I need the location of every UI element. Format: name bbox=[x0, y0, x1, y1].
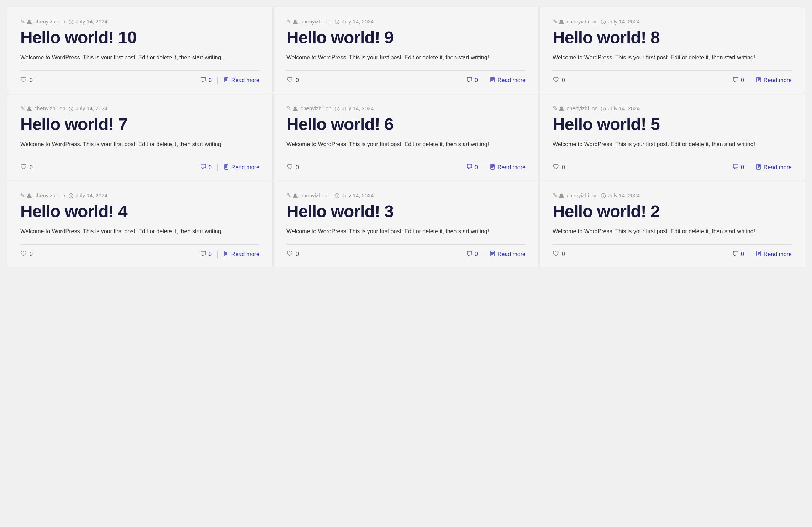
read-more-label: Read more bbox=[764, 164, 792, 171]
post-card: ✎ chenyizhi on July 14, 2024 Hello world bbox=[273, 7, 539, 93]
doc-icon bbox=[223, 251, 229, 258]
post-title[interactable]: Hello world! 4 bbox=[20, 202, 259, 221]
likes-count[interactable]: 0 bbox=[553, 164, 565, 171]
comments-number: 0 bbox=[741, 164, 744, 171]
post-card: ✎ chenyizhi on July 14, 2024 Hello world bbox=[273, 181, 539, 267]
post-excerpt: Welcome to WordPress. This is your first… bbox=[286, 227, 526, 236]
post-meta: ✎ chenyizhi on July 14, 2024 bbox=[553, 105, 792, 112]
post-meta: ✎ chenyizhi on July 14, 2024 bbox=[286, 105, 526, 112]
heart-icon bbox=[286, 164, 293, 171]
post-title[interactable]: Hello world! 2 bbox=[553, 202, 792, 221]
on-text: on bbox=[592, 105, 598, 111]
read-more-link[interactable]: Read more bbox=[490, 251, 526, 258]
post-title[interactable]: Hello world! 10 bbox=[20, 28, 259, 47]
on-text: on bbox=[592, 192, 598, 198]
read-more-link[interactable]: Read more bbox=[756, 164, 792, 171]
post-title[interactable]: Hello world! 3 bbox=[286, 202, 526, 221]
post-date: July 14, 2024 bbox=[76, 18, 107, 25]
comment-icon bbox=[200, 77, 206, 84]
likes-number: 0 bbox=[30, 251, 33, 257]
likes-number: 0 bbox=[296, 251, 299, 257]
comments-count[interactable]: 0 bbox=[733, 164, 750, 171]
likes-number: 0 bbox=[562, 77, 565, 84]
post-title[interactable]: Hello world! 6 bbox=[286, 115, 526, 134]
comments-number: 0 bbox=[475, 251, 478, 257]
comments-count[interactable]: 0 bbox=[466, 251, 484, 258]
post-date: July 14, 2024 bbox=[342, 18, 374, 25]
post-title[interactable]: Hello world! 5 bbox=[553, 115, 792, 134]
post-date: July 14, 2024 bbox=[608, 18, 640, 25]
footer-actions: 0 Read more bbox=[200, 251, 259, 258]
post-excerpt: Welcome to WordPress. This is your first… bbox=[20, 53, 259, 62]
read-more-link[interactable]: Read more bbox=[756, 251, 792, 258]
post-meta: ✎ chenyizhi on July 14, 2024 bbox=[553, 192, 792, 199]
comments-count[interactable]: 0 bbox=[733, 251, 750, 258]
likes-count[interactable]: 0 bbox=[20, 164, 33, 171]
on-text: on bbox=[326, 105, 332, 111]
comments-count[interactable]: 0 bbox=[466, 77, 484, 84]
post-footer: 0 0 bbox=[553, 158, 792, 171]
post-title[interactable]: Hello world! 8 bbox=[553, 28, 792, 47]
likes-number: 0 bbox=[296, 77, 299, 84]
post-card: ✎ chenyizhi on July 14, 2024 Hello world bbox=[7, 94, 273, 180]
post-author: chenyizhi bbox=[566, 18, 589, 25]
doc-icon bbox=[223, 164, 229, 171]
read-more-link[interactable]: Read more bbox=[756, 77, 792, 84]
footer-actions: 0 Read more bbox=[733, 251, 792, 258]
post-card: ✎ chenyizhi on July 14, 2024 Hello world bbox=[7, 181, 273, 267]
comments-number: 0 bbox=[741, 251, 744, 257]
likes-number: 0 bbox=[296, 164, 299, 171]
post-excerpt: Welcome to WordPress. This is your first… bbox=[20, 227, 259, 236]
read-more-label: Read more bbox=[497, 251, 526, 257]
comment-icon bbox=[466, 164, 473, 171]
post-date: July 14, 2024 bbox=[76, 105, 107, 111]
read-more-link[interactable]: Read more bbox=[223, 164, 259, 171]
footer-actions: 0 Read more bbox=[200, 77, 259, 84]
likes-count[interactable]: 0 bbox=[286, 76, 299, 84]
clock-icon bbox=[601, 192, 606, 199]
heart-icon bbox=[20, 250, 27, 258]
footer-actions: 0 Read more bbox=[733, 77, 792, 84]
post-title[interactable]: Hello world! 9 bbox=[286, 28, 526, 47]
likes-number: 0 bbox=[30, 164, 33, 171]
post-meta: ✎ chenyizhi on July 14, 2024 bbox=[20, 18, 259, 25]
comments-count[interactable]: 0 bbox=[466, 164, 484, 171]
post-meta: ✎ chenyizhi on July 14, 2024 bbox=[553, 18, 792, 25]
user-icon: ✎ bbox=[20, 192, 32, 199]
likes-count[interactable]: 0 bbox=[286, 164, 299, 171]
likes-count[interactable]: 0 bbox=[20, 250, 33, 258]
on-text: on bbox=[326, 18, 332, 25]
comments-number: 0 bbox=[209, 164, 212, 171]
likes-count[interactable]: 0 bbox=[286, 250, 299, 258]
comments-count[interactable]: 0 bbox=[733, 77, 750, 84]
comment-icon bbox=[466, 251, 473, 258]
read-more-link[interactable]: Read more bbox=[223, 251, 259, 258]
comments-count[interactable]: 0 bbox=[200, 251, 218, 258]
post-date: July 14, 2024 bbox=[608, 192, 640, 198]
clock-icon bbox=[68, 18, 74, 25]
comment-icon bbox=[466, 77, 473, 84]
posts-grid: ✎ chenyizhi on July 14, 2024 Hello world bbox=[7, 7, 805, 267]
clock-icon bbox=[334, 105, 340, 112]
post-title[interactable]: Hello world! 7 bbox=[20, 115, 259, 134]
likes-count[interactable]: 0 bbox=[553, 250, 565, 258]
footer-actions: 0 Read more bbox=[733, 164, 792, 171]
likes-number: 0 bbox=[562, 164, 565, 171]
comments-count[interactable]: 0 bbox=[200, 77, 218, 84]
likes-count[interactable]: 0 bbox=[553, 76, 565, 84]
user-icon: ✎ bbox=[553, 105, 564, 112]
read-more-label: Read more bbox=[231, 164, 259, 171]
user-icon: ✎ bbox=[286, 192, 298, 199]
comments-number: 0 bbox=[209, 77, 212, 84]
read-more-link[interactable]: Read more bbox=[490, 164, 526, 171]
likes-count[interactable]: 0 bbox=[20, 76, 33, 84]
clock-icon bbox=[334, 192, 340, 199]
doc-icon bbox=[490, 164, 495, 171]
comments-number: 0 bbox=[475, 164, 478, 171]
read-more-link[interactable]: Read more bbox=[223, 77, 259, 84]
comments-count[interactable]: 0 bbox=[200, 164, 218, 171]
footer-actions: 0 Read more bbox=[466, 77, 526, 84]
clock-icon bbox=[68, 192, 74, 199]
read-more-link[interactable]: Read more bbox=[490, 77, 526, 84]
post-date: July 14, 2024 bbox=[608, 105, 640, 111]
